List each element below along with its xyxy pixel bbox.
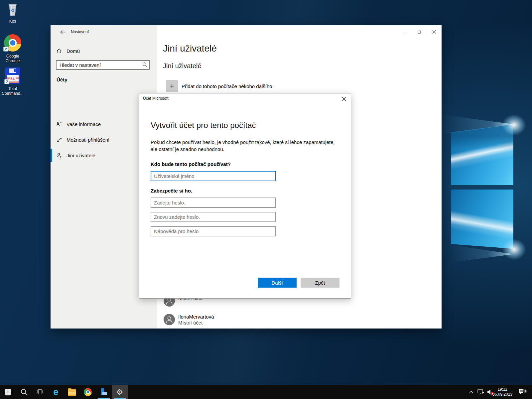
- sidebar-item-label: Jiní uživatelé: [66, 153, 95, 158]
- sidebar-item-label: Domů: [66, 48, 80, 54]
- task-view-icon: [36, 388, 44, 396]
- network-icon: [477, 389, 484, 395]
- password-input[interactable]: [151, 198, 276, 208]
- taskbar-file-explorer[interactable]: [64, 385, 80, 399]
- desktop-icon-recycle-bin[interactable]: ♻ Koš: [0, 2, 25, 24]
- taskbar: e ⚙: [0, 385, 532, 399]
- action-center-button[interactable]: 1: [516, 385, 529, 399]
- section-title: Jiní uživatelé: [163, 62, 201, 70]
- sidebar-item-home[interactable]: Domů: [51, 44, 157, 58]
- notification-badge: 1: [523, 389, 528, 394]
- close-button[interactable]: [427, 25, 442, 39]
- back-arrow-icon: [60, 30, 66, 34]
- desktop-icon-google-chrome[interactable]: Google Chrome: [0, 34, 25, 63]
- dialog-title: Účet Microsoft: [143, 96, 169, 101]
- add-user-label: Přidat do tohoto počítače někoho dalšího: [182, 83, 272, 89]
- sidebar-item-label: Vaše informace: [66, 121, 101, 127]
- shortcut-arrow-icon: [3, 47, 8, 52]
- clock-time: 19:11: [497, 387, 507, 392]
- dialog-heading: Vytvořit účet pro tento počítač: [151, 121, 256, 130]
- total-commander-icon: [100, 388, 108, 396]
- total-commander-icon: 64: [5, 67, 20, 84]
- taskbar-total-commander[interactable]: [96, 385, 112, 399]
- user-account-type: Místní účet: [178, 320, 214, 326]
- titlebar: Nastavení: [51, 25, 442, 39]
- window-title: Nastavení: [71, 25, 89, 39]
- dialog-description: Pokud chcete používat heslo, je vhodné p…: [151, 139, 337, 153]
- plus-icon: +: [166, 80, 178, 92]
- selection-indicator: [51, 149, 52, 162]
- back-button[interactable]: [55, 27, 70, 37]
- close-icon: [432, 30, 436, 34]
- key-icon: [57, 137, 62, 142]
- caption-buttons: [397, 25, 442, 39]
- avatar: [164, 314, 175, 325]
- search-icon: [142, 62, 147, 68]
- secure-label: Zabezpečte si ho.: [151, 188, 192, 194]
- taskbar-internet-explorer[interactable]: e: [48, 385, 64, 399]
- home-icon: [57, 48, 62, 54]
- gear-icon: ⚙: [116, 388, 123, 396]
- chrome-icon: [4, 34, 21, 52]
- taskbar-chrome[interactable]: [80, 385, 96, 399]
- text-caret: [153, 173, 153, 179]
- file-explorer-icon: [68, 389, 76, 396]
- tray-clock[interactable]: 19:11 06.09.2023: [492, 385, 513, 399]
- sidebar-section-title: Účty: [57, 77, 67, 82]
- desktop-icon-label: Koš: [0, 19, 25, 24]
- internet-explorer-icon: e: [53, 387, 59, 397]
- clock-date: 06.09.2023: [492, 392, 512, 397]
- desktop-icon-total-commander[interactable]: 64 Total Command...: [0, 67, 25, 96]
- back-button-dialog[interactable]: Zpět: [301, 278, 339, 288]
- password-hint-input[interactable]: [151, 226, 276, 236]
- close-icon: [342, 97, 346, 101]
- chrome-icon: [84, 388, 92, 396]
- person-card-icon: [57, 121, 62, 127]
- user-list-item[interactable]: IlonaMervartová Místní účet: [164, 314, 214, 326]
- microsoft-account-dialog: Účet Microsoft Vytvořit účet pro tento p…: [139, 93, 351, 299]
- repeat-password-input[interactable]: [151, 212, 276, 222]
- desktop: ♻ Koš Google Chrome 64: [0, 0, 532, 399]
- taskbar-search-button[interactable]: [16, 385, 32, 399]
- desktop-icon-label: Total Command...: [0, 86, 25, 96]
- minimize-icon: [403, 32, 406, 32]
- sidebar-item-label: Možnosti přihlášení: [66, 137, 109, 143]
- start-button[interactable]: [0, 385, 16, 399]
- desktop-icon-label: Google Chrome: [0, 54, 25, 63]
- search-icon: [20, 388, 28, 396]
- svg-text:♻: ♻: [11, 8, 15, 13]
- minimize-button[interactable]: [397, 25, 412, 39]
- username-input[interactable]: [151, 171, 276, 181]
- task-view-button[interactable]: [32, 385, 48, 399]
- add-user-button[interactable]: + Přidat do tohoto počítače někoho další…: [166, 80, 272, 92]
- recycle-bin-icon: ♻: [6, 2, 19, 18]
- tray-show-hidden-icons[interactable]: [467, 385, 475, 399]
- taskbar-settings[interactable]: ⚙: [112, 385, 128, 399]
- search-input[interactable]: [56, 60, 150, 70]
- light-flare-top: [498, 111, 530, 139]
- shortcut-arrow-icon: [4, 79, 9, 84]
- person-plus-icon: [57, 153, 62, 158]
- tray-network[interactable]: [476, 385, 485, 399]
- light-flare-bottom: [498, 235, 530, 263]
- dialog-close-button[interactable]: [339, 95, 348, 103]
- chevron-up-icon: [469, 390, 473, 394]
- user-name: IlonaMervartová: [178, 314, 214, 320]
- who-question-label: Kdo bude tento počítač používat?: [151, 161, 231, 167]
- settings-search: [56, 60, 150, 70]
- action-center-icon: 1: [519, 388, 526, 396]
- maximize-button[interactable]: [412, 25, 427, 39]
- maximize-icon: [418, 31, 421, 34]
- windows-logo-icon: [5, 389, 11, 395]
- page-title: Jiní uživatelé: [163, 43, 217, 54]
- next-button[interactable]: Další: [258, 278, 297, 288]
